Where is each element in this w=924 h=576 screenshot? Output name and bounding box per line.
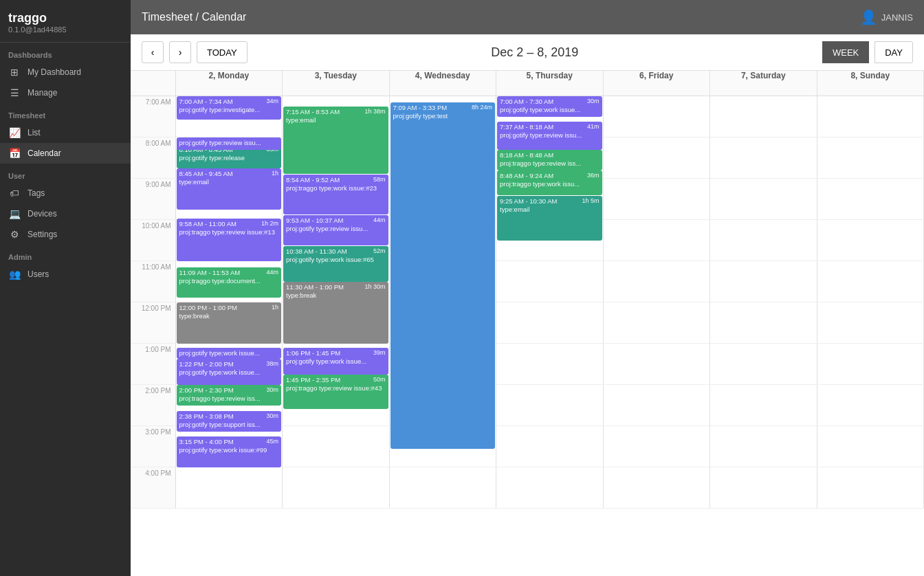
calendar-event[interactable]: 10:38 AM - 11:30 AM52mproj:gotify type:w… (283, 246, 388, 282)
calendar-event[interactable]: 8:54 AM - 9:52 AM58mproj:traggo type:wor… (283, 175, 388, 214)
day-cell (283, 425, 390, 467)
sidebar-item-tags[interactable]: 🏷 Tags (0, 183, 131, 203)
calendar-controls: ‹ › TODAY Dec 2 – 8, 2019 WEEK DAY (131, 34, 924, 71)
calendar-event[interactable]: 1:45 PM - 2:35 PM50mproj:traggo type:rev… (283, 375, 388, 409)
next-button[interactable]: › (169, 41, 191, 63)
time-header (131, 71, 175, 96)
day-cell (817, 137, 924, 178)
day-cell: 7:15 AM - 8:53 AM1h 38mtype:email (283, 96, 390, 137)
col-header-sat: 7, Saturday (710, 71, 817, 96)
calendar-event[interactable]: 8:45 AM - 9:45 AM1htype:email (177, 168, 282, 210)
sidebar-item-list[interactable]: 📈 List (0, 122, 131, 143)
calendar-event[interactable]: proj:gotify type:work issue... (177, 348, 282, 359)
section-title-admin: Admin (0, 245, 131, 264)
calendar-event[interactable]: 12:00 PM - 1:00 PM1htype:break (177, 302, 282, 344)
calendar-event[interactable]: 7:37 AM - 8:18 AM41mproj:gotify type:rev… (497, 122, 602, 150)
avatar-icon: 👤 (860, 9, 877, 25)
day-cell (710, 302, 817, 343)
calendar-event[interactable]: 7:00 AM - 7:34 AM34mproj:gotify type:inv… (177, 96, 282, 120)
calendar-event[interactable]: 9:25 AM - 10:30 AM1h 5mtype:email (497, 196, 602, 241)
calendar-event[interactable]: 2:38 PM - 3:08 PM30mproj:gotify type:sup… (177, 411, 282, 432)
calendar-event[interactable]: 11:30 AM - 1:00 PM1h 30mtype:break (283, 282, 388, 344)
calendar-event[interactable]: 7:15 AM - 8:53 AM1h 38mtype:email (283, 107, 388, 174)
day-cell (603, 261, 710, 302)
day-cell (710, 425, 817, 467)
day-cell (817, 178, 924, 219)
sidebar-item-label: Users (28, 269, 49, 279)
time-label: 4:00 PM (131, 467, 175, 508)
day-cell (496, 302, 604, 343)
sidebar-item-devices[interactable]: 💻 Devices (0, 203, 131, 224)
sidebar-item-label: My Dashboard (28, 67, 81, 77)
day-cell: 1:22 PM - 2:00 PM38mproj:gotify type:wor… (175, 343, 283, 384)
today-button[interactable]: TODAY (197, 41, 248, 63)
calendar-table: 2, Monday 3, Tuesday 4, Wednesday 5, Thu… (131, 71, 924, 509)
calendar-wrapper[interactable]: 2, Monday 3, Tuesday 4, Wednesday 5, Thu… (131, 71, 924, 576)
col-header-tue: 3, Tuesday (283, 71, 390, 96)
calendar-event[interactable]: 7:09 AM - 3:33 PM8h 24mproj:gotify type:… (390, 102, 496, 449)
week-view-button[interactable]: WEEK (822, 41, 869, 63)
day-cell (710, 343, 817, 384)
sidebar-item-calendar[interactable]: 📅 Calendar (0, 143, 131, 164)
app-name: traggo (8, 11, 122, 25)
col-header-wed: 4, Wednesday (389, 71, 496, 96)
day-view-button[interactable]: DAY (874, 41, 913, 63)
col-header-fri: 6, Friday (603, 71, 710, 96)
time-label: 8:00 AM (131, 137, 175, 178)
calendar-event[interactable]: proj:gotify type:review issu... (177, 137, 282, 150)
sidebar-item-my-dashboard[interactable]: ⊞ My Dashboard (0, 62, 131, 82)
list-icon: 📈 (8, 127, 21, 138)
app-version: 0.1.0@1ad44885 (8, 25, 122, 34)
col-header-mon: 2, Monday (175, 71, 283, 96)
username: JANNIS (881, 12, 913, 23)
day-cell (710, 219, 817, 261)
calendar-event[interactable]: 9:53 AM - 10:37 AM44mproj:gotify type:re… (283, 215, 388, 245)
calendar-icon: 📅 (8, 148, 21, 159)
day-cell (496, 261, 604, 302)
day-cell (817, 219, 924, 261)
sidebar-item-settings[interactable]: ⚙ Settings (0, 224, 131, 245)
calendar-event[interactable]: 7:00 AM - 7:30 AM30mproj:gotify type:wor… (497, 96, 602, 117)
col-header-thu: 5, Thursday (496, 71, 604, 96)
day-cell (710, 178, 817, 219)
time-label: 2:00 PM (131, 384, 175, 425)
hour-row: 1:00 PM1:22 PM - 2:00 PM38mproj:gotify t… (131, 343, 924, 384)
day-cell (710, 384, 817, 425)
calendar-event[interactable]: 2:00 PM - 2:30 PM30mproj:traggo type:rev… (177, 385, 282, 406)
day-cell (817, 302, 924, 343)
day-cell (496, 384, 604, 425)
day-cell (496, 425, 604, 467)
calendar-event[interactable]: 3:15 PM - 4:00 PM45mproj:gotify type:wor… (177, 436, 282, 467)
sidebar-item-users[interactable]: 👥 Users (0, 264, 131, 285)
day-cell: 7:09 AM - 3:33 PM8h 24mproj:gotify type:… (389, 96, 496, 137)
hour-row: 7:00 AM7:00 AM - 7:34 AM34mproj:gotify t… (131, 96, 924, 137)
day-cell (817, 425, 924, 467)
day-cell (603, 467, 710, 508)
calendar-event[interactable]: 11:09 AM - 11:53 AM44mproj:traggo type:d… (177, 267, 282, 298)
calendar-event[interactable]: 8:18 AM - 8:48 AMproj:traggo type:review… (497, 150, 602, 170)
sidebar-item-label: Devices (28, 209, 57, 219)
hour-row: 3:00 PM3:15 PM - 4:00 PM45mproj:gotify t… (131, 425, 924, 467)
day-cell (817, 384, 924, 425)
settings-icon: ⚙ (8, 229, 21, 240)
day-cell (175, 467, 283, 508)
calendar-event[interactable]: 1:22 PM - 2:00 PM38mproj:gotify type:wor… (177, 359, 282, 385)
calendar-event[interactable]: 9:58 AM - 11:00 AM1h 2mproj:traggo type:… (177, 219, 282, 261)
day-cell (496, 467, 604, 508)
day-cell (710, 261, 817, 302)
calendar-event[interactable]: 8:48 AM - 9:24 AM36mproj:traggo type:wor… (497, 170, 602, 195)
day-cell: 2:00 PM - 2:30 PM30mproj:traggo type:rev… (175, 384, 283, 425)
calendar-event[interactable]: 1:06 PM - 1:45 PM39mproj:gotify type:wor… (283, 348, 388, 375)
section-title-dashboards: Dashboards (0, 43, 131, 62)
day-cell (603, 384, 710, 425)
day-cell (603, 425, 710, 467)
hour-row: 2:00 PM2:00 PM - 2:30 PM30mproj:traggo t… (131, 384, 924, 425)
day-cell: 8:10 AM - 8:45 AM35mproj:gotify type:rel… (175, 137, 283, 178)
day-cell (817, 261, 924, 302)
day-cell (603, 343, 710, 384)
time-label: 3:00 PM (131, 425, 175, 467)
day-cell: 1:06 PM - 1:45 PM39mproj:gotify type:wor… (283, 343, 390, 384)
section-title-timesheet: Timesheet (0, 103, 131, 122)
prev-button[interactable]: ‹ (142, 41, 164, 63)
sidebar-item-manage[interactable]: ☰ Manage (0, 82, 131, 103)
